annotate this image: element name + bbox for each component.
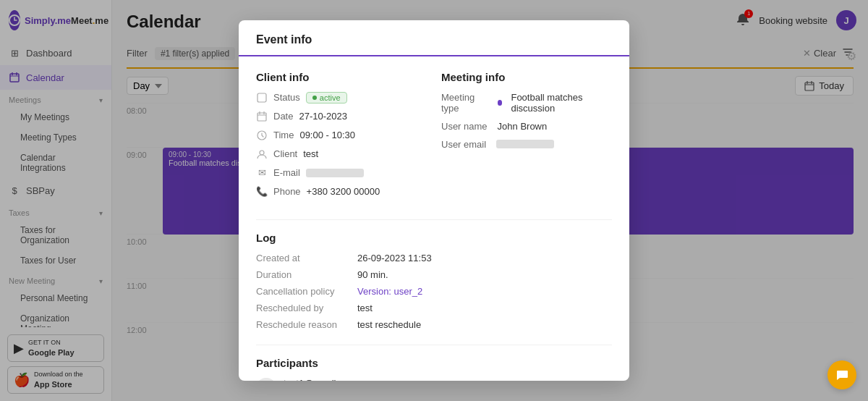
log-duration-label: Duration [256, 269, 357, 280]
svg-rect-7 [258, 93, 266, 102]
participants-section: Participants test1@email.com Invited at … [256, 357, 612, 381]
svg-point-12 [260, 151, 264, 155]
phone-icon: 📞 [256, 186, 268, 198]
log-reschedule-reason: Reschedule reason test reschedule [256, 319, 612, 330]
date-icon [256, 111, 268, 122]
log-rescheduled-by-label: Rescheduled by [256, 303, 357, 313]
email-row: ✉ E-mail [256, 167, 427, 179]
modal-body: Client info Status active [239, 56, 629, 381]
log-duration: Duration 90 min. [256, 269, 612, 280]
meeting-info-title: Meeting info [441, 71, 612, 83]
participants-title: Participants [256, 357, 612, 369]
time-label: Time [273, 130, 294, 140]
log-reschedule-reason-label: Reschedule reason [256, 319, 357, 330]
user-email-row: User email [441, 139, 612, 150]
status-dot [312, 96, 317, 100]
date-row: Date 27-10-2023 [256, 111, 427, 122]
svg-rect-8 [258, 113, 266, 121]
time-icon [256, 130, 268, 141]
client-value: test [303, 148, 318, 159]
modal-title: Event info [256, 33, 612, 46]
user-email-label: User email [441, 139, 486, 150]
phone-row: 📞 Phone +380 3200 00000 [256, 186, 427, 198]
divider-2 [256, 345, 612, 345]
date-value: 27-10-2023 [299, 111, 347, 122]
client-row: Client test [256, 148, 427, 160]
client-label: Client [273, 148, 297, 159]
participant-item-0: test1@email.com Invited at 23-10-2023 12… [256, 378, 612, 381]
phone-value: +380 3200 00000 [307, 186, 380, 197]
log-duration-value: 90 min. [357, 269, 388, 280]
participant-avatar-0 [256, 378, 276, 381]
email-icon: ✉ [256, 167, 268, 179]
log-created-at-value: 26-09-2023 11:53 [357, 253, 432, 263]
email-value-blurred [306, 169, 364, 177]
status-badge: active [306, 92, 347, 104]
log-cancellation: Cancellation policy Version: user_2 [256, 286, 612, 297]
phone-label: Phone [273, 186, 301, 197]
meeting-type-dot [498, 100, 503, 106]
meeting-type-value: Football matches discussion [511, 92, 612, 114]
log-section: Log Created at 26-09-2023 11:53 Duration… [256, 232, 612, 330]
log-rescheduled-by: Rescheduled by test [256, 303, 612, 313]
participant-email-0: test1@email.com [284, 378, 381, 381]
client-info-section: Client info Status active [256, 71, 427, 205]
meeting-info-section: Meeting info Meeting type Football match… [441, 71, 612, 205]
log-rescheduled-by-value: test [357, 303, 373, 313]
log-cancellation-label: Cancellation policy [256, 286, 357, 297]
log-reschedule-reason-value: test reschedule [357, 319, 421, 330]
modal-header: Event info [239, 20, 629, 56]
time-value: 09:00 - 10:30 [299, 130, 355, 140]
divider-1 [256, 219, 612, 220]
date-label: Date [273, 111, 293, 122]
log-created-at: Created at 26-09-2023 11:53 [256, 253, 612, 263]
user-email-value-blurred [496, 140, 554, 148]
time-row: Time 09:00 - 10:30 [256, 130, 427, 141]
meeting-type-label: Meeting type [441, 92, 488, 114]
log-cancellation-value: Version: user_2 [357, 286, 422, 297]
info-grid: Client info Status active [256, 71, 612, 205]
status-label: Status [273, 92, 300, 103]
status-icon [256, 92, 268, 104]
user-name-value: John Brown [498, 121, 548, 132]
meeting-type-row: Meeting type Football matches discussion [441, 92, 612, 114]
user-name-row: User name John Brown [441, 121, 612, 132]
user-name-label: User name [441, 121, 488, 132]
status-row: Status active [256, 92, 427, 104]
client-info-title: Client info [256, 71, 427, 83]
modal-overlay: Event info Client info Status active [0, 0, 868, 401]
email-label: E-mail [273, 167, 300, 178]
client-icon [256, 148, 268, 160]
log-title: Log [256, 232, 612, 244]
event-info-modal: Event info Client info Status active [239, 20, 629, 381]
log-created-at-label: Created at [256, 253, 357, 263]
chat-bubble-button[interactable] [827, 360, 856, 389]
